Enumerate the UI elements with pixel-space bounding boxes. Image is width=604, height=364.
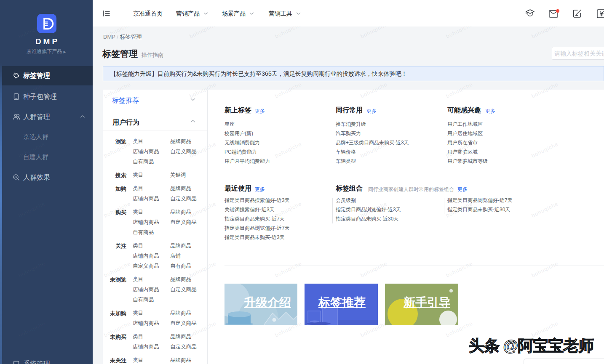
svg-text:新手引导: 新手引导 xyxy=(403,296,451,309)
svg-text:标签推荐: 标签推荐 xyxy=(318,296,366,309)
svg-text:升级介绍: 升级介绍 xyxy=(243,296,291,309)
